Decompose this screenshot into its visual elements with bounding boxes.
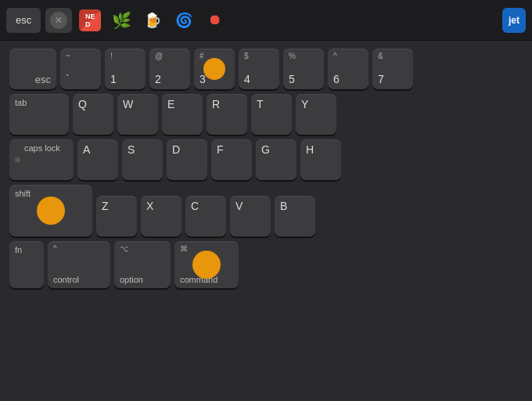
record-app-icon[interactable]: ⏺ xyxy=(202,8,228,33)
key-capslock[interactable]: caps lock xyxy=(9,139,74,180)
touch-bar: esc ✕ NED 🌿 🍺 🌀 ⏺ jet xyxy=(0,0,532,41)
key-h[interactable]: H xyxy=(300,139,341,180)
key-3[interactable]: # 3 xyxy=(194,49,235,89)
key-d[interactable]: D xyxy=(167,139,207,180)
beer-app-icon[interactable]: 🍺 xyxy=(139,8,166,33)
keyboard: esc ~ ` ! 1 @ 2 # 3 $ 4 % 5 ^ 6 xyxy=(0,41,532,401)
key-1[interactable]: ! 1 xyxy=(105,49,146,89)
key-q[interactable]: Q xyxy=(73,94,113,135)
key-c[interactable]: C xyxy=(185,196,226,237)
key-f[interactable]: F xyxy=(211,139,252,180)
caps-lock-indicator xyxy=(15,157,20,163)
key-w[interactable]: W xyxy=(117,94,158,135)
ned-app-icon[interactable]: NED xyxy=(77,8,103,33)
leaf-app-icon[interactable]: 🌿 xyxy=(108,8,135,33)
key-shift-left[interactable]: shift xyxy=(9,185,92,237)
key-6[interactable]: ^ 6 xyxy=(328,49,368,89)
key-command[interactable]: ⌘ command xyxy=(174,241,239,288)
qwerty-row: tab Q W E R T Y xyxy=(9,94,523,135)
zxcv-row: shift Z X C V B xyxy=(9,185,523,237)
esc-key-touchbar[interactable]: esc xyxy=(6,8,41,33)
key-option[interactable]: ⌥ option xyxy=(114,241,171,288)
key-backtick[interactable]: ~ ` xyxy=(60,49,101,89)
key-7[interactable]: & 7 xyxy=(372,49,413,89)
key-x[interactable]: X xyxy=(141,196,182,237)
key-2[interactable]: @ 2 xyxy=(149,49,190,89)
key-4[interactable]: $ 4 xyxy=(239,49,279,89)
key-tab[interactable]: tab xyxy=(9,94,69,135)
key-e[interactable]: E xyxy=(162,94,203,135)
key-v[interactable]: V xyxy=(230,196,271,237)
key-t[interactable]: T xyxy=(251,94,292,135)
key-5[interactable]: % 5 xyxy=(283,49,324,89)
orange-dot-command xyxy=(192,251,221,279)
number-row: esc ~ ` ! 1 @ 2 # 3 $ 4 % 5 ^ 6 xyxy=(9,49,523,89)
key-y[interactable]: Y xyxy=(296,94,336,135)
asdf-row: caps lock A S D F G H xyxy=(9,139,523,180)
orange-dot-shift xyxy=(37,197,65,225)
key-r[interactable]: R xyxy=(207,94,247,135)
key-g[interactable]: G xyxy=(256,139,297,180)
close-button-touchbar[interactable]: ✕ xyxy=(45,8,72,33)
key-a[interactable]: A xyxy=(77,139,118,180)
key-fn[interactable]: fn xyxy=(9,241,44,288)
orange-dot-3 xyxy=(203,58,225,80)
key-z[interactable]: Z xyxy=(96,196,137,237)
jet-button[interactable]: jet xyxy=(502,8,526,33)
close-circle-icon: ✕ xyxy=(50,12,67,29)
key-s[interactable]: S xyxy=(122,139,163,180)
bottom-row: fn ^ control ⌥ option ⌘ command xyxy=(9,241,523,288)
key-control[interactable]: ^ control xyxy=(48,241,110,288)
swirl-app-icon[interactable]: 🌀 xyxy=(171,8,197,33)
key-esc[interactable]: esc xyxy=(9,49,56,89)
key-b[interactable]: B xyxy=(275,196,315,237)
